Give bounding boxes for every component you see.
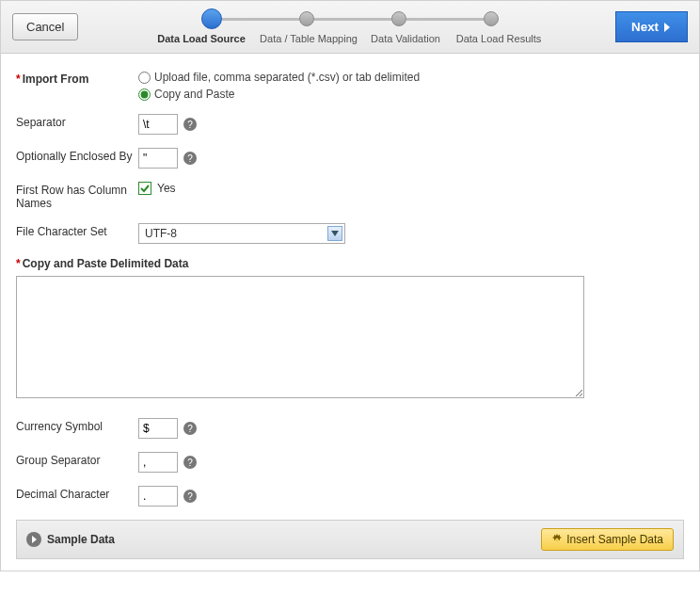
chevron-right-icon bbox=[662, 22, 672, 33]
wizard-header: Cancel Data Load Source Data / Table Map… bbox=[1, 1, 699, 54]
step-connector bbox=[314, 18, 391, 21]
check-icon bbox=[140, 184, 150, 193]
firstrow-label: First Row has Column Names bbox=[16, 182, 138, 210]
step-1-label: Data Load Source bbox=[150, 33, 253, 44]
radio-copypaste[interactable] bbox=[138, 88, 151, 101]
help-icon[interactable]: ? bbox=[183, 118, 197, 131]
insert-sample-data-button[interactable]: Insert Sample Data bbox=[541, 528, 674, 551]
enclosed-label: Optionally Enclosed By bbox=[16, 148, 138, 163]
step-2-indicator bbox=[299, 11, 314, 26]
import-from-label: *Import From bbox=[16, 71, 138, 86]
step-2-label: Data / Table Mapping bbox=[253, 33, 364, 44]
sample-data-section: Sample Data Insert Sample Data bbox=[16, 520, 684, 559]
enclosed-input[interactable] bbox=[138, 148, 178, 169]
group-label: Group Separator bbox=[16, 452, 138, 467]
charset-label: File Character Set bbox=[16, 223, 138, 238]
dropdown-arrow-icon bbox=[327, 226, 342, 241]
help-icon[interactable]: ? bbox=[183, 490, 197, 503]
radio-upload[interactable] bbox=[138, 72, 151, 84]
copypaste-section-label: *Copy and Paste Delimited Data bbox=[16, 257, 684, 270]
currency-label: Currency Symbol bbox=[16, 418, 138, 433]
group-input[interactable] bbox=[138, 452, 178, 473]
firstrow-yes-label: Yes bbox=[157, 182, 176, 195]
help-icon[interactable]: ? bbox=[183, 422, 197, 435]
radio-upload-label: Upload file, comma separated (*.csv) or … bbox=[154, 71, 420, 84]
svg-point-0 bbox=[556, 539, 559, 541]
import-from-copypaste-option[interactable]: Copy and Paste bbox=[138, 88, 420, 101]
help-icon[interactable]: ? bbox=[183, 456, 197, 469]
import-from-upload-option[interactable]: Upload file, comma separated (*.csv) or … bbox=[138, 71, 420, 84]
step-3-label: Data Validation bbox=[364, 33, 447, 44]
decimal-input[interactable] bbox=[138, 486, 178, 507]
step-1-indicator bbox=[201, 8, 222, 29]
help-icon[interactable]: ? bbox=[183, 152, 197, 165]
wizard-steps: Data Load Source Data / Table Mapping Da… bbox=[150, 7, 550, 44]
charset-value: UTF-8 bbox=[145, 227, 177, 240]
firstrow-checkbox[interactable] bbox=[138, 182, 151, 195]
copypaste-textarea[interactable] bbox=[16, 276, 584, 398]
decimal-label: Decimal Character bbox=[16, 486, 138, 501]
separator-input[interactable] bbox=[138, 114, 178, 135]
insert-sample-data-label: Insert Sample Data bbox=[566, 533, 663, 546]
step-4-label: Data Load Results bbox=[447, 33, 550, 44]
chevron-right-icon[interactable] bbox=[26, 532, 41, 547]
cancel-button[interactable]: Cancel bbox=[12, 13, 78, 40]
step-connector bbox=[406, 18, 484, 21]
separator-label: Separator bbox=[16, 114, 138, 129]
radio-copypaste-label: Copy and Paste bbox=[154, 88, 234, 101]
next-button[interactable]: Next bbox=[615, 11, 688, 42]
next-button-label: Next bbox=[631, 20, 659, 34]
step-connector bbox=[222, 18, 299, 21]
currency-input[interactable] bbox=[138, 418, 178, 439]
step-4-indicator bbox=[484, 11, 499, 26]
step-3-indicator bbox=[391, 11, 406, 26]
gear-icon bbox=[551, 534, 563, 545]
sample-data-title: Sample Data bbox=[47, 533, 541, 546]
charset-select[interactable]: UTF-8 bbox=[138, 223, 345, 244]
